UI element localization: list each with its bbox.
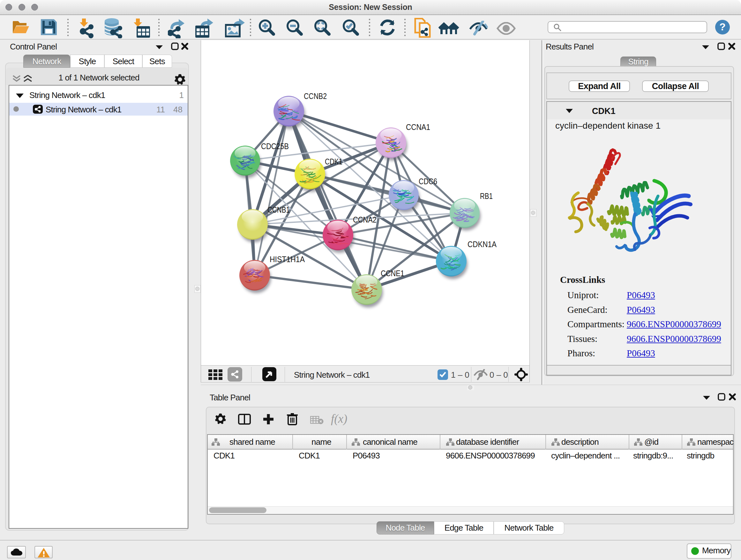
- svg-text:CCNA1: CCNA1: [406, 122, 430, 132]
- svg-text:HIST1H1A: HIST1H1A: [270, 254, 305, 264]
- svg-text:CDC25B: CDC25B: [261, 141, 289, 151]
- svg-text:CCNB2: CCNB2: [304, 91, 327, 101]
- svg-text:CCNA2: CCNA2: [353, 215, 377, 225]
- svg-text:RB1: RB1: [480, 191, 493, 201]
- svg-text:CDC6: CDC6: [419, 177, 437, 186]
- svg-text:?: ?: [719, 21, 726, 33]
- svg-text:CCNE1: CCNE1: [381, 268, 404, 278]
- svg-text:CCNB1: CCNB1: [267, 205, 290, 214]
- svg-text:CDK1: CDK1: [325, 157, 342, 166]
- svg-text:CDKN1A: CDKN1A: [468, 240, 497, 249]
